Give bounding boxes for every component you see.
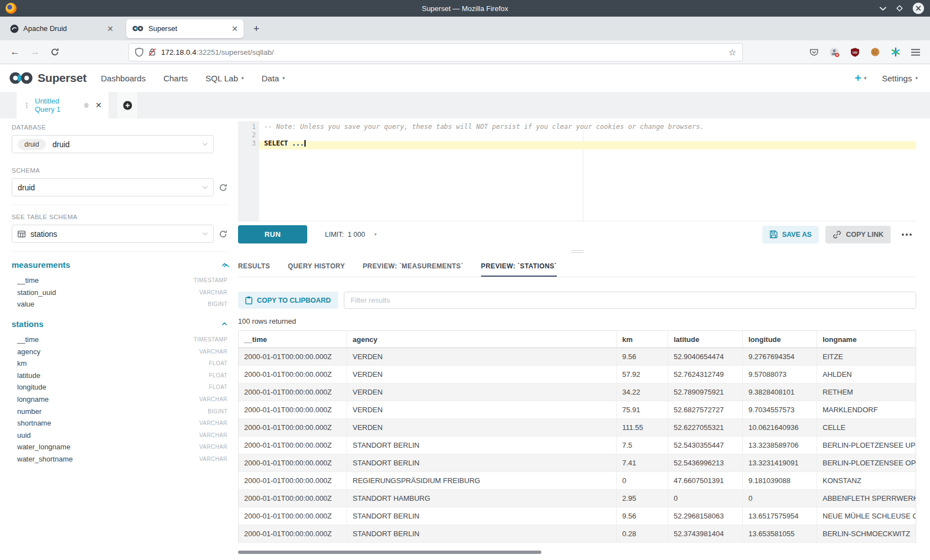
sql-toolbar: RUN LIMIT: 1 000 ▾ SAVE AS COPY LINK <box>238 221 916 247</box>
sqllab-sidebar: DATABASE druid druid SCHEMA druid SEE TA… <box>0 118 234 560</box>
table-cell: EITZE <box>817 348 916 366</box>
chevron-down-icon: ▾ <box>282 75 285 81</box>
copy-link-button[interactable]: COPY LINK <box>825 226 891 243</box>
run-button[interactable]: RUN <box>238 225 307 243</box>
save-as-button[interactable]: SAVE AS <box>762 226 819 243</box>
forward-icon[interactable]: → <box>28 45 42 59</box>
settings-menu[interactable]: Settings▾ <box>882 74 918 83</box>
results-tab-preview-measurements[interactable]: PREVIEW: `MEASUREMENTS` <box>363 257 463 277</box>
column-header[interactable]: latitude <box>668 331 743 348</box>
table-cell: 13.3238589706 <box>743 437 817 454</box>
table-cell: BERLIN-PLOETZENSEE OP <box>817 454 916 472</box>
reload-icon[interactable] <box>48 45 62 59</box>
superset-logo-icon[interactable] <box>8 71 34 85</box>
table-cell: 57.92 <box>617 366 668 383</box>
schema-column-row: numberBIGINT <box>12 405 228 417</box>
results-table-body: 2000-01-01T00:00:00.000ZVERDEN9.5652.904… <box>239 348 916 543</box>
refresh-table-icon[interactable] <box>219 230 228 238</box>
browser-tab-druid[interactable]: Apache Druid ✕ <box>4 19 119 38</box>
nav-dashboards[interactable]: Dashboards <box>101 74 146 83</box>
schema-column-row: valueBIGINT <box>12 298 228 310</box>
brand-name[interactable]: Superset <box>38 71 86 85</box>
chevron-down-icon <box>202 185 208 189</box>
tab-close-icon[interactable]: ✕ <box>107 25 113 33</box>
editor-code[interactable]: -- Note: Unless you save your query, the… <box>259 123 916 148</box>
window-title: Superset — Mozilla Firefox <box>0 4 930 13</box>
window-maximize-icon[interactable] <box>896 4 903 12</box>
add-new-button[interactable]: +▾ <box>855 72 866 85</box>
window-minimize-icon[interactable] <box>879 6 887 11</box>
limit-dropdown[interactable]: LIMIT: 1 000 ▾ <box>325 231 376 238</box>
table-cell: 9.7034557573 <box>743 401 817 419</box>
table-cell: 7.5 <box>617 437 668 454</box>
table-cell: REGIERUNGSPRÄSIDIUM FREIBURG <box>347 472 617 490</box>
database-label: DATABASE <box>12 124 228 131</box>
account-extension-icon[interactable] <box>829 47 840 58</box>
table-cell: 9.2767694354 <box>743 348 817 366</box>
chevron-down-icon: ▾ <box>864 75 867 81</box>
back-icon[interactable]: ← <box>8 45 22 59</box>
menu-hamburger-icon[interactable] <box>911 49 920 56</box>
table-cell: STANDORT HAMBURG <box>347 490 617 507</box>
schema-table-header[interactable]: stations <box>12 319 228 329</box>
column-header[interactable]: agency <box>347 331 617 348</box>
chevron-down-icon <box>202 232 208 236</box>
table-cell: AHLDEN <box>817 366 916 383</box>
url-bar[interactable]: 172.18.0.4 :32251/superset/sqllab/ ☆ <box>128 43 743 61</box>
more-options-button[interactable] <box>897 234 916 236</box>
ublock-icon[interactable]: UO <box>850 48 860 57</box>
schema-select[interactable]: druid <box>12 178 214 196</box>
nav-sql-lab[interactable]: SQL Lab▾ <box>205 74 244 83</box>
schema-table-header[interactable]: measurements <box>12 260 228 269</box>
nav-data[interactable]: Data▾ <box>262 74 285 83</box>
table-cell: STANDORT BERLIN <box>347 454 617 472</box>
window-close-icon[interactable] <box>912 2 924 14</box>
query-tab-untitled[interactable]: ⋮ Untitled Query 1 ✕ <box>17 92 108 118</box>
pane-resize-handle[interactable] <box>571 250 583 255</box>
table-select[interactable]: stations <box>12 225 214 243</box>
shield-icon[interactable] <box>135 48 143 57</box>
table-cell: STANDORT BERLIN <box>347 507 617 525</box>
table-row: 2000-01-01T00:00:00.000ZSTANDORT BERLIN9… <box>239 507 916 525</box>
table-cell: KONSTANZ <box>817 472 916 490</box>
results-table: __timeagencykmlatitudelongitudelongname … <box>238 330 916 543</box>
table-row: 2000-01-01T00:00:00.000ZSTANDORT BERLIN0… <box>239 525 916 543</box>
cookie-extension-icon[interactable] <box>870 47 880 57</box>
results-tab-bar: RESULTSQUERY HISTORYPREVIEW: `MEASUREMEN… <box>238 257 916 277</box>
horizontal-scrollbar[interactable] <box>238 551 541 554</box>
column-header[interactable]: longname <box>817 331 916 348</box>
table-row: 2000-01-01T00:00:00.000ZVERDEN34.2252.78… <box>239 383 916 401</box>
database-select[interactable]: druid druid <box>12 135 214 153</box>
filter-results-input[interactable] <box>344 292 916 309</box>
collapse-editor-icon[interactable] <box>223 263 230 268</box>
drag-handle-icon[interactable]: ⋮ <box>23 101 30 110</box>
pocket-icon[interactable] <box>809 48 819 57</box>
browser-tab-superset[interactable]: Superset ✕ <box>126 19 244 38</box>
unsaved-dot-icon <box>84 103 89 108</box>
sql-editor[interactable]: 1 2 3 -- Note: Unless you save your quer… <box>238 121 916 221</box>
lock-insecure-icon[interactable] <box>148 48 156 56</box>
tab-label: Superset <box>148 24 177 33</box>
bookmark-star-icon[interactable]: ☆ <box>728 47 736 58</box>
nav-charts[interactable]: Charts <box>163 74 188 83</box>
table-cell: 9.3828408101 <box>743 383 817 401</box>
results-tab-query-history[interactable]: QUERY HISTORY <box>288 257 345 277</box>
query-tab-close-icon[interactable]: ✕ <box>95 101 102 110</box>
table-cell: VERDEN <box>347 366 617 383</box>
schema-column-row: water_longnameVARCHAR <box>12 441 228 453</box>
schema-sections: measurements__timeTIMESTAMPstation_uuidV… <box>12 260 228 465</box>
column-header[interactable]: km <box>617 331 668 348</box>
tab-close-icon[interactable]: ✕ <box>231 25 238 33</box>
table-cell: 52.5430355447 <box>668 437 743 454</box>
copy-to-clipboard-button[interactable]: COPY TO CLIPBOARD <box>238 292 338 309</box>
asterisk-extension-icon[interactable] <box>891 47 901 57</box>
new-tab-button[interactable]: + <box>248 20 265 37</box>
table-cell: VERDEN <box>347 419 617 437</box>
table-cell: 0 <box>743 490 817 507</box>
new-query-tab-button[interactable] <box>117 92 138 118</box>
refresh-schema-icon[interactable] <box>219 183 228 192</box>
results-tab-preview-stations[interactable]: PREVIEW: `STATIONS` <box>481 257 557 277</box>
results-tab-results[interactable]: RESULTS <box>238 257 270 277</box>
column-header[interactable]: __time <box>239 331 347 348</box>
column-header[interactable]: longitude <box>743 331 817 348</box>
